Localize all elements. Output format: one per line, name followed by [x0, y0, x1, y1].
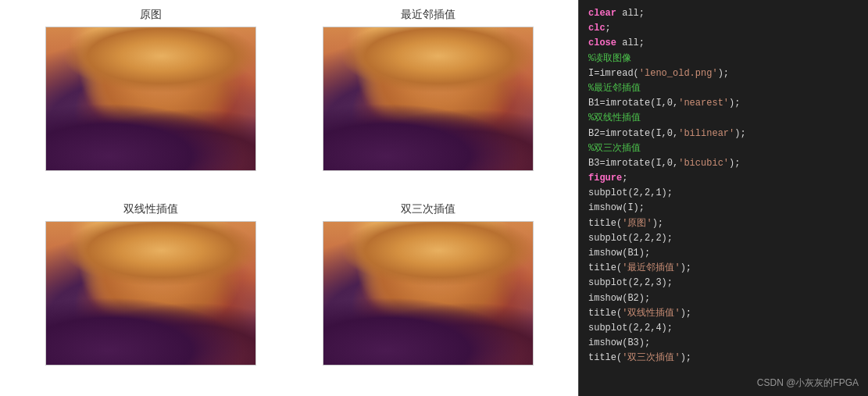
lena-bicubic [323, 222, 533, 365]
code-line-imshow-b1: imshow(B1); [588, 246, 859, 261]
image-title-bicubic: 双三次插值 [401, 202, 455, 216]
code-line-comment2: %最近邻插值 [588, 81, 859, 96]
code-line-imshow-b3: imshow(B3); [588, 336, 859, 351]
code-line-comment4: %双三次插值 [588, 141, 859, 156]
code-line-title4: title('双三次插值'); [588, 351, 859, 366]
image-panel: 原图 最近邻插值 双线性插值 双三次插值 [0, 0, 578, 396]
code-panel-wrapper: clear all; clc; close all; %读取图像 I=imrea… [578, 0, 868, 396]
lena-bilinear [46, 222, 255, 365]
image-title-bilinear: 双线性插值 [123, 202, 178, 216]
code-line-1: clear all; [588, 6, 859, 21]
code-line-subplot4: subplot(2,2,4); [588, 321, 859, 336]
code-line-title2: title('最近邻插值'); [588, 261, 859, 276]
code-line-subplot2: subplot(2,2,2); [588, 231, 859, 246]
image-cell-bicubic: 双三次插值 [293, 202, 563, 389]
code-line-imshow-i: imshow(I); [588, 201, 859, 216]
code-line-title3: title('双线性插值'); [588, 306, 859, 321]
code-line-title1: title('原图'); [588, 216, 859, 231]
code-line-comment3: %双线性插值 [588, 111, 859, 126]
watermark: CSDN @小灰灰的FPGA [757, 376, 859, 390]
lena-original [46, 27, 255, 170]
code-line-b2: B2=imrotate(I,0,'bilinear'); [588, 127, 859, 141]
image-bicubic [323, 221, 534, 366]
code-line-b1: B1=imrotate(I,0,'nearest'); [588, 96, 859, 111]
code-line-imread: I=imread('leno_old.png'); [588, 66, 859, 81]
code-line-imshow-b2: imshow(B2); [588, 291, 859, 306]
image-title-nearest: 最近邻插值 [401, 8, 455, 22]
code-line-3: close all; [588, 36, 859, 51]
code-line-subplot3: subplot(2,2,3); [588, 276, 859, 291]
image-title-original: 原图 [140, 8, 162, 22]
image-original [45, 27, 256, 171]
image-bilinear [45, 221, 256, 366]
code-line-subplot1: subplot(2,2,1); [588, 186, 859, 201]
code-line-b3: B3=imrotate(I,0,'bicubic'); [588, 156, 859, 171]
code-panel[interactable]: clear all; clc; close all; %读取图像 I=imrea… [578, 0, 868, 396]
code-line-2: clc; [588, 21, 859, 36]
code-line-figure: figure; [588, 171, 859, 186]
image-cell-bilinear: 双线性插值 [16, 202, 285, 389]
image-cell-nearest: 最近邻插值 [293, 8, 563, 194]
code-line-comment1: %读取图像 [588, 52, 859, 66]
lena-nearest [323, 27, 533, 170]
image-cell-original: 原图 [16, 8, 285, 194]
image-nearest [323, 27, 534, 171]
